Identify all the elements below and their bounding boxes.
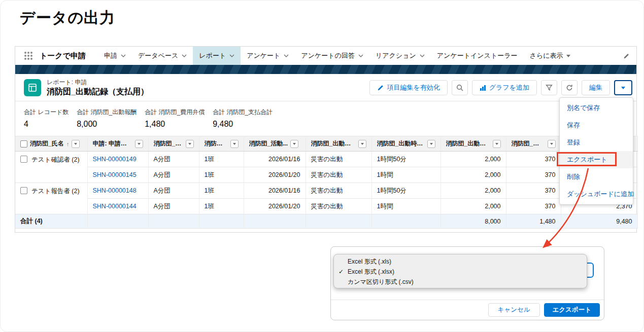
total-cell xyxy=(148,214,199,229)
cell: 1班 xyxy=(199,183,244,199)
format-option[interactable]: ✓Excel 形式 (.xlsx) xyxy=(334,267,587,277)
app-name: トークで申請 xyxy=(40,51,86,61)
nav-tab[interactable]: アンケートの回答 xyxy=(295,47,369,65)
column-header[interactable]: 消防団_氏名↑ xyxy=(15,136,87,152)
export-button[interactable]: エクスポート xyxy=(544,303,600,317)
summary-item: 合計 レコード数4 xyxy=(24,108,69,136)
column-filter-button[interactable] xyxy=(493,140,501,148)
column-filter-button[interactable] xyxy=(135,140,143,148)
record-link[interactable]: SHN-00000148 xyxy=(87,183,148,199)
menu-item-subscribe[interactable]: 登録 xyxy=(560,134,633,151)
menu-item-export[interactable]: エクスポート xyxy=(560,151,633,168)
menu-item-save-as[interactable]: 別名で保存 xyxy=(560,99,633,117)
nav-tab[interactable]: レポート xyxy=(193,47,241,65)
edit-button[interactable]: 編集 xyxy=(582,80,610,95)
nav-tab[interactable]: リアクション xyxy=(369,47,431,65)
chevron-down-icon xyxy=(566,55,570,57)
sort-asc-icon: ↑ xyxy=(66,141,70,147)
menu-item-delete[interactable]: 削除 xyxy=(560,168,633,186)
column-header[interactable]: 消防団_費用弁償 xyxy=(506,136,561,152)
chevron-down-icon xyxy=(284,54,289,57)
cell: 370 xyxy=(506,183,561,199)
column-filter-button[interactable] xyxy=(230,140,239,148)
column-filter-button[interactable] xyxy=(186,140,194,148)
column-header[interactable]: 消防団_出動報酬 xyxy=(440,136,506,152)
report-icon xyxy=(24,79,41,96)
nav-tab-label: アンケートインストーラー xyxy=(437,51,518,60)
select-all-checkbox[interactable] xyxy=(20,140,27,147)
search-button[interactable] xyxy=(452,80,468,95)
group-name-cell: テスト確認者 (2) xyxy=(15,152,87,183)
filter-button[interactable] xyxy=(541,80,557,95)
cell: A分団 xyxy=(148,167,199,183)
format-option[interactable]: Excel 形式 (.xls) xyxy=(334,256,587,267)
column-filter-button[interactable] xyxy=(72,140,80,148)
column-filter-button[interactable] xyxy=(290,140,298,148)
app-window: トークで申請 申請データベースレポートアンケートアンケートの回答リアクションアン… xyxy=(15,46,637,233)
row-checkbox[interactable] xyxy=(20,156,27,163)
total-cell: 9,480 xyxy=(561,214,637,229)
nav-tab[interactable]: アンケート xyxy=(241,47,295,65)
refresh-icon xyxy=(566,84,573,91)
column-header[interactable]: 消防団_活動... xyxy=(244,136,306,152)
column-filter-button[interactable] xyxy=(548,140,556,148)
button-label: キャンセル xyxy=(498,306,530,314)
menu-item-add-to-dashboard[interactable]: ダッシュボードに追加 xyxy=(560,186,633,203)
export-dialog-footer: キャンセル エクスポート xyxy=(331,300,604,320)
column-header[interactable]: 消防団_出動種別 xyxy=(306,136,371,152)
record-link[interactable]: SHN-00000145 xyxy=(87,167,148,183)
column-header-label: 消防団_分団 xyxy=(154,139,183,148)
report-type-label: レポート: 申請 xyxy=(47,78,87,87)
add-chart-button[interactable]: グラフを追加 xyxy=(472,80,537,95)
cell: 2026/01/16 xyxy=(244,152,306,167)
column-header-label: 消防団_班 xyxy=(205,139,228,148)
menu-item-save[interactable]: 保存 xyxy=(560,117,633,134)
total-cell: 8,000 xyxy=(440,214,506,229)
chart-icon xyxy=(480,85,486,91)
search-icon xyxy=(456,84,463,91)
total-cell xyxy=(371,214,440,229)
total-label: 合計 (4) xyxy=(15,214,87,229)
nav-tab[interactable]: 申請 xyxy=(98,47,132,65)
app-launcher-icon[interactable] xyxy=(24,52,32,60)
nav-tab[interactable]: アンケートインストーラー xyxy=(431,47,524,65)
nav-tab[interactable]: さらに表示 xyxy=(524,47,577,65)
cell: 災害の出動 xyxy=(306,152,371,167)
column-header[interactable]: 消防団_出動時間... xyxy=(371,136,440,152)
chevron-down-icon xyxy=(229,54,234,57)
nav-edit-pencil-icon[interactable] xyxy=(623,52,629,61)
cell: 災害の出動 xyxy=(306,167,371,183)
nav-tab[interactable]: データベース xyxy=(132,47,193,65)
column-header[interactable]: 消防団_分団 xyxy=(148,136,199,152)
report-title: 消防団_出動記録（支払用） xyxy=(47,87,149,97)
summary-value: 1,480 xyxy=(145,120,205,129)
report-actions-dropdown-trigger[interactable] xyxy=(614,80,632,95)
column-filter-button[interactable] xyxy=(427,140,435,148)
cell: 370 xyxy=(506,199,561,214)
cell: 2026/01/16 xyxy=(244,183,306,199)
total-row: 合計 (4)8,0001,4809,480 xyxy=(15,214,637,229)
column-header[interactable]: 申請: 申請番号 xyxy=(87,136,148,152)
format-option[interactable]: カンマ区切り形式 (.csv) xyxy=(334,277,587,287)
format-option-label: Excel 形式 (.xlsx) xyxy=(348,268,394,275)
record-link[interactable]: SHN-00000149 xyxy=(87,152,148,167)
row-checkbox[interactable] xyxy=(20,187,27,194)
chevron-down-icon xyxy=(293,143,296,145)
chevron-down-icon xyxy=(182,54,187,57)
format-option-label: Excel 形式 (.xls) xyxy=(348,258,391,265)
record-link[interactable]: SHN-00000144 xyxy=(87,199,148,214)
column-filter-button[interactable] xyxy=(358,140,366,148)
column-header-label: 申請: 申請番号 xyxy=(93,139,132,148)
cancel-button[interactable]: キャンセル xyxy=(488,303,540,317)
enable-field-edit-button[interactable]: 項目編集を有効化 xyxy=(369,80,447,95)
nav-tab-label: レポート xyxy=(199,51,226,60)
column-header[interactable]: 消防団_班 xyxy=(199,136,244,152)
column-header-label: 消防団_費用弁償 xyxy=(512,139,545,148)
cell: 370 xyxy=(506,152,561,167)
check-icon: ✓ xyxy=(338,267,344,277)
refresh-button[interactable] xyxy=(561,80,578,95)
total-cell xyxy=(306,214,371,229)
report-table: 消防団_氏名↑申請: 申請番号消防団_分団消防団_班消防団_活動...消防団_出… xyxy=(15,136,638,229)
navigation-bar: トークで申請 申請データベースレポートアンケートアンケートの回答リアクションアン… xyxy=(15,47,636,65)
column-header-label: 消防団_出動種別 xyxy=(311,139,356,148)
